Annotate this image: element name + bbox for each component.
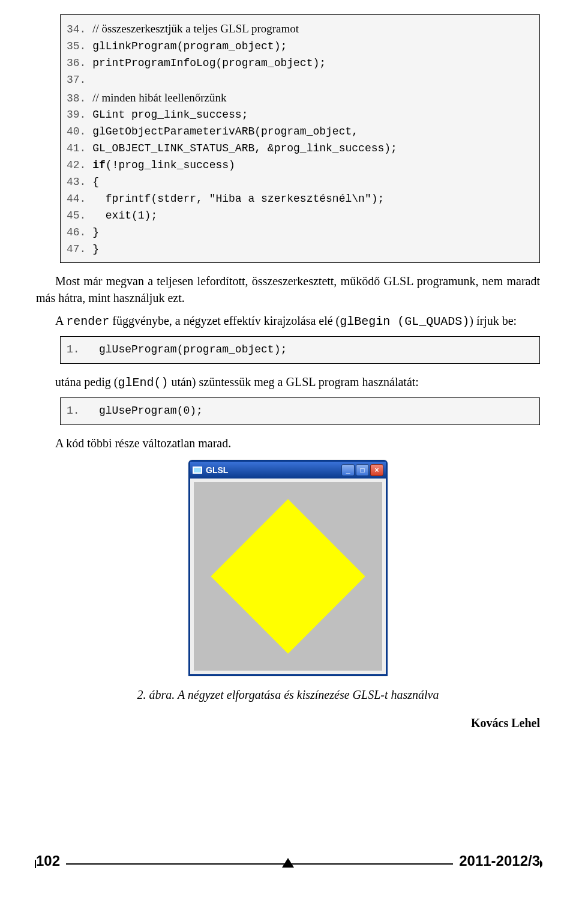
caption-text: A négyzet elforgatása és kiszínezése GLS… — [175, 688, 439, 701]
issue-number: 2011-2012/3 — [453, 853, 540, 869]
app-window: GLSL _ □ × — [188, 460, 388, 676]
window-title: GLSL — [206, 465, 341, 475]
close-button[interactable]: × — [370, 464, 383, 476]
page-footer: 102 2011-2012/3 — [36, 856, 540, 877]
code-block-3: 1. glUseProgram(0); — [60, 397, 540, 425]
text: A — [55, 314, 66, 327]
page-number: 102 — [36, 853, 66, 869]
figure-caption: 2. ábra. A négyzet elforgatása és kiszín… — [36, 688, 540, 702]
code-block-1: 34. // összeszerkesztjük a teljes GLSL p… — [60, 14, 540, 263]
yellow-diamond-shape — [211, 500, 365, 654]
text: ) írjuk be: — [469, 314, 517, 327]
gl-canvas — [194, 482, 382, 671]
figure-glsl-window: GLSL _ □ × — [188, 460, 388, 676]
client-area — [190, 479, 386, 674]
paragraph-2: A render függvénybe, a négyzet effektív … — [36, 312, 540, 330]
code-block-2: 1. glUseProgram(program_object); — [60, 336, 540, 364]
inline-code-glend: glEnd() — [118, 376, 168, 390]
paragraph-1: Most már megvan a teljesen lefordított, … — [36, 273, 540, 306]
titlebar: GLSL _ □ × — [190, 462, 386, 479]
paragraph-4: A kód többi része változatlan marad. — [36, 435, 540, 451]
window-buttons: _ □ × — [341, 464, 383, 476]
inline-code-glbegin: glBegin (GL_QUADS) — [340, 315, 469, 328]
text: után) szüntessük meg a GLSL program hasz… — [168, 375, 418, 388]
footer-triangle-icon — [282, 858, 294, 868]
author-name: Kovács Lehel — [36, 716, 540, 730]
text: utána pedig ( — [55, 375, 118, 388]
inline-code-render: render — [66, 315, 109, 328]
paragraph-3: utána pedig (glEnd() után) szüntessük me… — [36, 373, 540, 391]
app-icon — [193, 467, 202, 474]
maximize-button[interactable]: □ — [356, 464, 369, 476]
caption-number: 2. ábra. — [137, 688, 175, 701]
minimize-button[interactable]: _ — [341, 464, 355, 476]
text: függvénybe, a négyzet effektív kirajzolá… — [109, 314, 340, 327]
